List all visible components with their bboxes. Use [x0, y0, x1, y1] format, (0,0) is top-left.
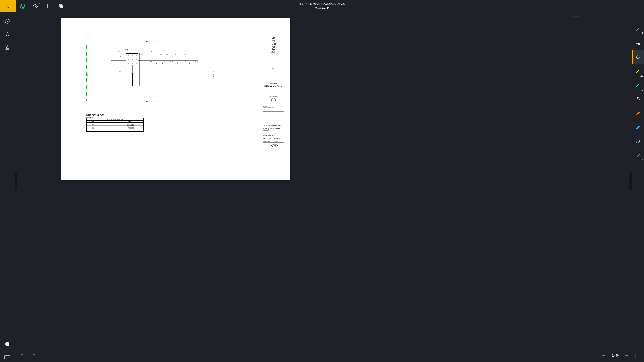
document-revision: Revision B	[315, 6, 329, 10]
sheet-size-tag: A1	[66, 21, 68, 22]
engineer-logo: brogue	[271, 37, 276, 53]
move-icon	[635, 54, 641, 60]
record-button[interactable]	[2, 340, 12, 349]
dot-icon	[5, 342, 10, 346]
sheet-number: S.230	[269, 145, 280, 148]
redo-icon	[30, 353, 36, 358]
minus-icon	[602, 353, 606, 358]
tool-hl-cyan[interactable]: 2	[632, 78, 644, 92]
comments-button[interactable]	[2, 30, 12, 39]
search-bubbles-icon	[32, 3, 38, 9]
issues-button[interactable]	[2, 43, 12, 52]
left-edge-handle[interactable]	[14, 172, 18, 190]
chevron-left-icon	[636, 15, 640, 18]
svg-rect-5	[4, 356, 10, 359]
section-callout-icon	[124, 48, 128, 51]
plan-title: ROOF FRAMING PLAN	[86, 114, 104, 116]
cone-icon	[4, 45, 10, 50]
tool-move[interactable]	[632, 50, 644, 64]
layers-icon	[20, 3, 26, 9]
titlebar: S.230 - ROOF FRAMING PLAN Revision B	[0, 0, 644, 12]
pen-icon	[635, 125, 641, 130]
collapse-rail-button[interactable]	[632, 12, 644, 22]
document-title: S.230 - ROOF FRAMING PLAN	[299, 2, 345, 6]
tool-pen-pink[interactable]: 4	[632, 149, 644, 163]
arrow-left-icon	[6, 3, 11, 9]
fit-screen-button[interactable]	[634, 352, 641, 359]
tool-count: 2	[642, 89, 643, 91]
tool-stamp[interactable]	[632, 92, 644, 106]
keyboard-icon	[4, 355, 10, 360]
plus-icon	[625, 353, 629, 358]
plan-scale: SCALE 1 : 100	[86, 117, 94, 118]
tool-count: 5	[642, 131, 643, 134]
sb-label-top: SITE BOUNDARY	[145, 41, 156, 42]
grid-icon	[46, 3, 51, 9]
pen-icon	[635, 26, 641, 31]
sb-label-right: SITE BOUNDARY	[213, 66, 214, 77]
svg-rect-3	[60, 5, 62, 8]
chat-icon	[4, 31, 10, 37]
back-button[interactable]	[0, 0, 16, 12]
roof-plan: RB1 RB1 RL1 RL1 RL2 RL2 RL1 RB1 RB1 RL1 …	[111, 48, 202, 92]
expand-icon	[635, 353, 640, 358]
stamp-icon	[635, 96, 641, 102]
pen-icon	[635, 153, 641, 159]
tool-count: 2	[642, 32, 643, 35]
zoom-level: 14%	[610, 354, 620, 357]
roof-framing-schedule: ROOF FRAMING SCHEDULE MARK SIZE REMARKS …	[86, 118, 144, 132]
sb-label-left: SITE BOUNDARY	[86, 66, 88, 77]
undo-button[interactable]	[19, 352, 27, 360]
table-row: RT1-ROOF TRUSS	[87, 130, 143, 131]
undo-icon	[20, 353, 26, 358]
keyboard-button[interactable]	[2, 353, 12, 362]
layers-button[interactable]	[16, 0, 29, 12]
overlay-icon	[58, 3, 64, 9]
pen-icon	[635, 111, 641, 116]
pen-icon	[635, 68, 641, 74]
grid-button[interactable]	[42, 0, 54, 12]
tool-count: 5	[642, 117, 643, 119]
redo-button[interactable]	[29, 352, 37, 360]
tool-hl-yellow[interactable]: 20	[632, 64, 644, 78]
cursor-rect-icon	[635, 40, 641, 46]
tool-pen-blue[interactable]: 5	[632, 120, 644, 135]
architect-name: DRAWBOARD	[263, 85, 284, 87]
tool-select[interactable]	[632, 36, 644, 50]
drawing-canvas[interactable]: A1 SITE BOUNDARY SITE BOUNDARY SITE BOUN…	[61, 18, 290, 180]
not-for-construction: NOT FOR CONSTRUCTION	[262, 124, 285, 127]
undo-redo-bar	[19, 351, 37, 360]
info-icon	[4, 18, 10, 24]
top-toolbar: 0	[16, 0, 67, 12]
tool-pen-orange[interactable]: 5	[632, 106, 644, 120]
tool-eraser[interactable]	[632, 135, 644, 149]
zoom-bar: 14%	[600, 351, 641, 360]
eraser-icon	[635, 139, 641, 144]
overlay-button[interactable]	[54, 0, 67, 12]
schedule-title: ROOF FRAMING SCHEDULE	[87, 119, 143, 121]
page-indicator: 1 of 1	[572, 15, 578, 18]
tool-count: 20	[640, 74, 643, 77]
tool-pen-grey[interactable]: 2	[632, 22, 644, 36]
search-badge: 0	[39, 2, 40, 4]
sb-label-bottom: SITE BOUNDARY	[145, 101, 156, 103]
title-block-meta: DRAWNJul. 2019DESIGNED (B)AACADDEDDDCHEC…	[262, 137, 285, 143]
left-rail	[0, 12, 14, 362]
right-tool-rail: 2202554	[632, 12, 644, 350]
info-button[interactable]	[2, 16, 12, 26]
tool-count: 4	[642, 159, 643, 162]
right-edge-handle[interactable]	[630, 172, 632, 190]
pen-icon	[635, 82, 641, 88]
zoom-out-button[interactable]	[600, 352, 607, 359]
north-arrow-icon	[272, 98, 276, 102]
search-issues-button[interactable]: 0	[29, 0, 42, 12]
title-block: brogue CLIENT ARCHITECT DRAWBOARD PROJEC…	[262, 22, 285, 175]
zoom-in-button[interactable]	[623, 352, 630, 359]
